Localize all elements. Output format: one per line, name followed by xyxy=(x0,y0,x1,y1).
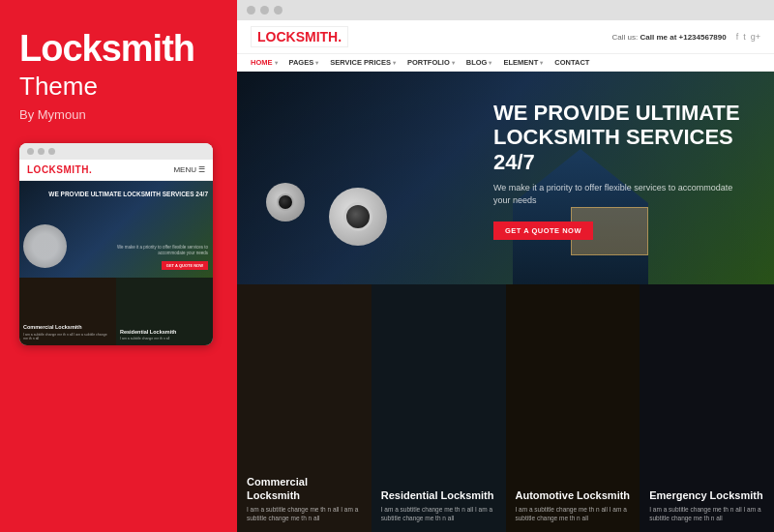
mobile-menu: MENU ☰ xyxy=(173,165,205,174)
app-title: Locksmith Theme By Mymoun xyxy=(19,29,218,122)
desktop-header-right: Call us: Call me at +1234567890 f t g+ xyxy=(612,32,760,42)
hero-camera-large xyxy=(314,178,402,265)
mobile-dot-3 xyxy=(48,148,55,155)
mobile-cta-button[interactable]: GET A QUOTE NOW xyxy=(162,261,208,270)
mobile-service-title-0: Commercial Locksmith xyxy=(23,324,112,331)
left-panel: Locksmith Theme By Mymoun LOCKSMITH. MEN… xyxy=(0,0,237,532)
desktop-browser-bar xyxy=(237,0,774,20)
desktop-logo: LOCKSMITH. xyxy=(251,26,348,47)
desktop-services: Commercial Locksmith I am a subtitle cha… xyxy=(237,284,774,532)
desktop-dot-1 xyxy=(247,6,255,15)
nav-item-element[interactable]: ELEMENT ▾ xyxy=(503,58,543,67)
googleplus-icon[interactable]: g+ xyxy=(751,32,760,42)
nav-item-contact[interactable]: CONTACT xyxy=(554,58,589,67)
desktop-call: Call us: Call me at +1234567890 xyxy=(612,33,727,42)
chevron-down-icon: ▾ xyxy=(315,59,318,66)
camera-lens-large xyxy=(343,202,372,231)
hero-cta-button[interactable]: GET A QUOTE NOW xyxy=(493,222,593,240)
mobile-services: Commercial Locksmith I am a subtitle cha… xyxy=(19,278,213,345)
mobile-hero-camera xyxy=(23,224,67,268)
service-card-commercial: Commercial Locksmith I am a subtitle cha… xyxy=(237,284,372,532)
mobile-dot-2 xyxy=(38,148,45,155)
service-text-residential: I am a subtitle change me th n all I am … xyxy=(381,505,496,522)
mobile-hero-subtext: We make it a priority to offer flexible … xyxy=(111,245,208,256)
desktop-nav: HOME ▾ PAGES ▾ SERVICE PRICES ▾ PORTFOLI… xyxy=(237,54,774,72)
chevron-down-icon: ▾ xyxy=(489,59,491,66)
hero-camera-small xyxy=(266,183,319,236)
chevron-down-icon: ▾ xyxy=(393,59,396,66)
mobile-hero-title: WE PROVIDE ULTIMATE LOCKSMITH SERVICES 2… xyxy=(48,191,208,198)
nav-item-service-prices[interactable]: SERVICE PRICES ▾ xyxy=(330,58,396,67)
mobile-header: LOCKSMITH. MENU ☰ xyxy=(19,160,213,181)
title-locksmith: Locksmith xyxy=(19,29,218,70)
service-title-residential: Residential Locksmith xyxy=(381,489,496,502)
mobile-browser-bar xyxy=(19,143,213,160)
title-theme: Theme xyxy=(19,72,218,102)
service-text-commercial: I am a subtitle change me th n all I am … xyxy=(247,505,362,522)
mobile-dot-1 xyxy=(27,148,34,155)
desktop-hero: WE PROVIDE ULTIMATE LOCKSMITH SERVICES 2… xyxy=(237,72,774,284)
service-title-commercial: Commercial Locksmith xyxy=(247,476,362,501)
camera-lens-small xyxy=(277,193,294,211)
desktop-dot-3 xyxy=(274,6,283,15)
nav-item-home[interactable]: HOME ▾ xyxy=(251,58,278,67)
mobile-preview: LOCKSMITH. MENU ☰ WE PROVIDE ULTIMATE LO… xyxy=(19,143,213,345)
mobile-logo: LOCKSMITH. xyxy=(27,164,92,175)
chevron-down-icon: ▾ xyxy=(275,59,278,66)
mobile-service-text-0: I am a subtitle change me th n all I am … xyxy=(23,333,112,341)
desktop-social: f t g+ xyxy=(736,32,760,42)
facebook-icon[interactable]: f xyxy=(736,32,739,42)
nav-item-pages[interactable]: PAGES ▾ xyxy=(289,58,319,67)
nav-item-portfolio[interactable]: PORTFOLIO ▾ xyxy=(407,58,455,67)
nav-item-blog[interactable]: BLOG ▾ xyxy=(466,58,492,67)
service-card-automotive: Automotive Locksmith I am a subtitle cha… xyxy=(506,284,640,532)
mobile-service-text-1: I am a subtitle change me th n all xyxy=(120,337,209,341)
twitter-icon[interactable]: t xyxy=(743,32,746,42)
service-text-emergency: I am a subtitle change me th n all I am … xyxy=(649,505,764,522)
service-title-automotive: Automotive Locksmith xyxy=(516,489,631,502)
right-panel: LOCKSMITH. Call us: Call me at +12345678… xyxy=(237,0,774,532)
title-by: By Mymoun xyxy=(19,107,218,122)
hero-sub-text: We make it a priority to offer flexible … xyxy=(493,182,745,208)
chevron-down-icon: ▾ xyxy=(452,59,455,66)
hero-text-block: WE PROVIDE ULTIMATE LOCKSMITH SERVICES 2… xyxy=(493,101,745,240)
service-card-residential: Residential Locksmith I am a subtitle ch… xyxy=(372,284,506,532)
chevron-down-icon: ▾ xyxy=(540,59,543,66)
mobile-service-commercial: Commercial Locksmith I am a subtitle cha… xyxy=(19,278,116,345)
desktop-dot-2 xyxy=(260,6,269,15)
desktop-site-header: LOCKSMITH. Call us: Call me at +12345678… xyxy=(237,20,774,54)
mobile-service-residential: Residential Locksmith I am a subtitle ch… xyxy=(116,278,213,345)
service-title-emergency: Emergency Locksmith xyxy=(649,489,764,502)
hero-main-title: WE PROVIDE ULTIMATE LOCKSMITH SERVICES 2… xyxy=(493,101,745,174)
service-card-emergency: Emergency Locksmith I am a subtitle chan… xyxy=(640,284,774,532)
service-text-automotive: I am a subtitle change me th n all I am … xyxy=(516,505,631,522)
mobile-hero: WE PROVIDE ULTIMATE LOCKSMITH SERVICES 2… xyxy=(19,181,213,278)
mobile-service-title-1: Residential Locksmith xyxy=(120,329,209,336)
